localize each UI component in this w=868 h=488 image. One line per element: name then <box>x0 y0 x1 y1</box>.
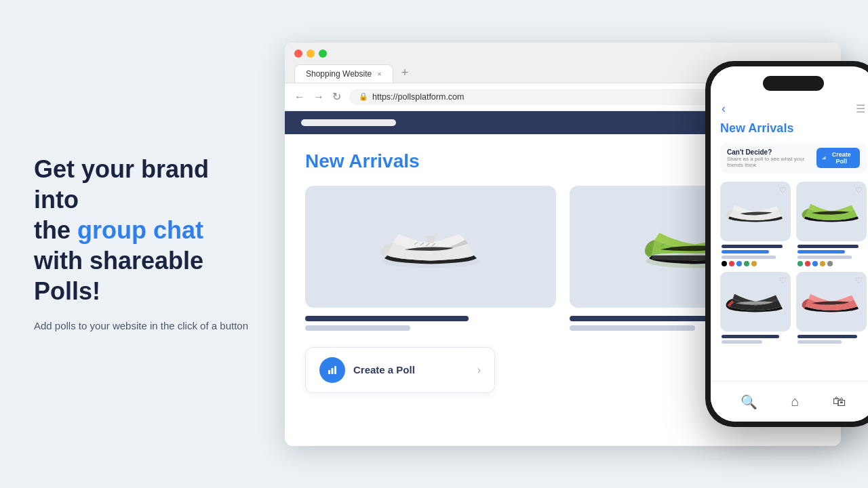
heading-line1: Get your brand into <box>34 155 209 214</box>
phone-product-card-4[interactable]: ♡ <box>796 272 867 346</box>
phone-header: ‹ ☰ <box>711 66 868 121</box>
heading-part2: the <box>34 216 77 244</box>
dot-close[interactable] <box>294 49 302 58</box>
phone-products-grid: ♡ <box>720 182 867 346</box>
color-dot[interactable] <box>827 261 833 266</box>
phone-product-meta-2 <box>796 245 867 266</box>
heading-part3: with shareable Polls! <box>34 247 203 305</box>
product-name-bar-1 <box>305 316 469 321</box>
phone-home-icon[interactable]: ⌂ <box>791 394 799 409</box>
phone-color-dots-2 <box>797 261 865 266</box>
phone-product-bar1-2 <box>797 245 859 248</box>
phone-bag-icon[interactable]: 🛍 <box>833 394 846 409</box>
phone-product-bar1-1 <box>722 245 783 248</box>
svg-rect-18 <box>823 158 823 159</box>
browser-controls <box>294 49 831 58</box>
product-card-1[interactable] <box>305 186 556 331</box>
heading-highlight: group chat <box>77 216 203 244</box>
phone-product-card-2[interactable]: ♡ <box>796 182 867 266</box>
hero-heading: Get your brand into the group chat with … <box>34 154 251 306</box>
phone-shoe-white-svg <box>722 193 789 230</box>
product-image-1 <box>305 186 556 308</box>
poll-button-left: Create a Poll <box>319 357 415 383</box>
phone-heart-icon-3[interactable]: ♡ <box>779 276 787 285</box>
cant-decide-subtitle: Share as a poll to see what your friends… <box>727 156 816 168</box>
phone-product-card-3[interactable]: ♡ <box>720 272 791 346</box>
tab-close-button[interactable]: × <box>377 70 381 78</box>
svg-rect-16 <box>332 368 334 374</box>
phone-product-meta-4 <box>796 335 867 344</box>
phone-shoe-pink-svg <box>797 283 865 321</box>
cant-decide-text: Can't Decide? Share as a poll to see wha… <box>727 148 816 168</box>
phone-search-icon[interactable]: 🔍 <box>741 394 757 410</box>
browser-wrapper: Shopping Website × + ← → ↻ 🔒 https://pol… <box>285 36 868 453</box>
phone-product-price-bar-4 <box>797 340 842 344</box>
phone-product-meta-1 <box>720 245 791 266</box>
color-dot[interactable] <box>812 261 818 266</box>
hero-subtext: Add polls to your website in the click o… <box>34 319 251 334</box>
phone-heart-icon-4[interactable]: ♡ <box>855 276 863 285</box>
phone-create-poll-button[interactable]: Create Poll <box>816 148 860 168</box>
color-dot[interactable] <box>820 261 825 266</box>
product-price-bar-2 <box>570 325 695 331</box>
phone-content: New Arrivals Can't Decide? Share as a po… <box>711 121 868 352</box>
phone-shoe-dark-svg <box>722 283 789 321</box>
phone-product-bar1-3 <box>722 335 779 338</box>
refresh-button[interactable]: ↻ <box>332 90 341 103</box>
shoe-white-svg <box>373 216 488 277</box>
color-dot[interactable] <box>729 261 734 266</box>
phone-heart-icon-2[interactable]: ♡ <box>855 186 863 195</box>
phone-poll-icon <box>822 155 827 161</box>
phone-create-poll-label: Create Poll <box>829 151 854 165</box>
svg-rect-19 <box>824 157 825 159</box>
back-button[interactable]: ← <box>294 91 305 103</box>
new-tab-button[interactable]: + <box>396 63 414 83</box>
poll-bars-icon <box>326 364 338 376</box>
color-dot[interactable] <box>805 261 810 266</box>
phone-notch <box>763 76 824 91</box>
poll-icon <box>319 357 345 383</box>
site-logo <box>301 119 396 126</box>
phone-product-price-bar-1 <box>722 250 769 253</box>
cant-decide-banner: Can't Decide? Share as a poll to see wha… <box>720 142 867 174</box>
url-text: https://pollsplatform.com <box>372 92 464 102</box>
tab-label: Shopping Website <box>306 69 372 79</box>
phone-sliders-icon[interactable]: ☰ <box>856 102 865 115</box>
color-dot[interactable] <box>751 261 757 266</box>
phone-heart-icon-1[interactable]: ♡ <box>779 186 787 195</box>
phone-product-price-bar-3 <box>722 340 762 344</box>
phone-product-meta-3 <box>720 335 791 344</box>
phone-color-dots-1 <box>722 261 789 266</box>
lock-icon: 🔒 <box>359 92 368 101</box>
browser-tab[interactable]: Shopping Website × <box>294 64 393 83</box>
create-poll-label: Create a Poll <box>353 364 415 375</box>
color-dot[interactable] <box>722 261 727 266</box>
phone-product-desc-bar-2 <box>797 256 852 259</box>
phone-shoe-green-svg <box>797 193 865 230</box>
forward-button[interactable]: → <box>313 91 324 103</box>
svg-rect-20 <box>825 157 825 159</box>
phone-product-bar1-4 <box>797 335 857 338</box>
color-dot[interactable] <box>736 261 742 266</box>
color-dot[interactable] <box>797 261 803 266</box>
create-poll-button[interactable]: Create a Poll › <box>305 347 495 393</box>
dot-maximize[interactable] <box>319 49 327 58</box>
phone-new-arrivals-title: New Arrivals <box>720 121 867 136</box>
left-panel: Get your brand into the group chat with … <box>0 127 285 361</box>
product-price-bar-1 <box>305 325 410 331</box>
phone-product-card-1[interactable]: ♡ <box>720 182 791 266</box>
phone-product-desc-bar-1 <box>722 256 776 259</box>
phone-screen: ‹ ☰ New Arrivals Can't Decide? Share as … <box>711 66 868 422</box>
phone-product-price-bar-2 <box>797 250 845 253</box>
arrow-icon: › <box>477 364 481 376</box>
phone-mockup: ‹ ☰ New Arrivals Can't Decide? Share as … <box>705 61 868 427</box>
phone-back-button[interactable]: ‹ <box>722 102 726 116</box>
cant-decide-title: Can't Decide? <box>727 148 816 156</box>
svg-rect-15 <box>328 370 330 374</box>
phone-bottom-nav: 🔍 ⌂ 🛍 <box>711 381 868 422</box>
svg-rect-17 <box>334 366 336 374</box>
dot-minimize[interactable] <box>307 49 315 58</box>
color-dot[interactable] <box>744 261 749 266</box>
